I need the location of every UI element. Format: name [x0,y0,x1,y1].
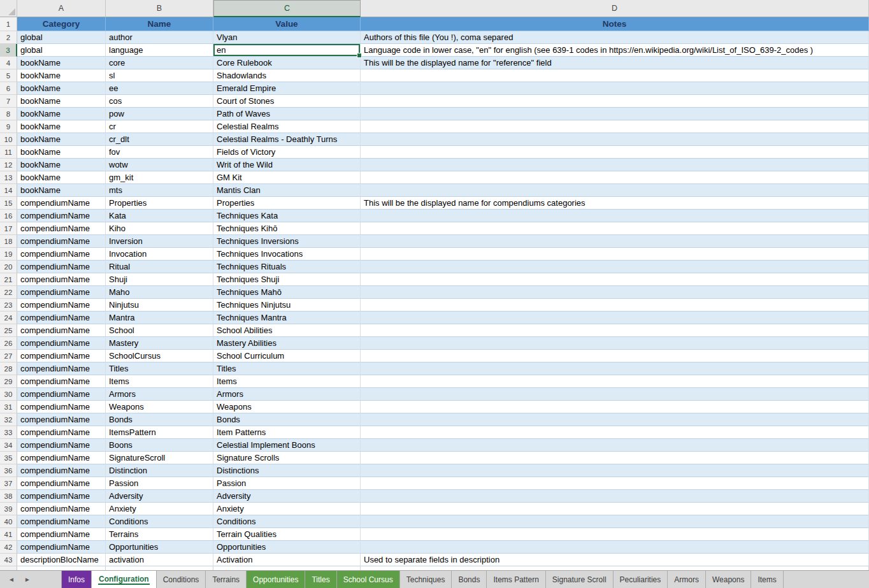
cell-B41[interactable]: Terrains [106,528,213,541]
row-header-30[interactable]: 30 [0,388,17,401]
row-header-5[interactable]: 5 [0,69,17,82]
cell-D15[interactable]: This will be the displayed name for comp… [361,197,869,210]
cell-D16[interactable] [361,210,869,222]
cell-C43[interactable]: Activation [213,554,361,566]
cell-D43[interactable]: Used to separate fields in description [361,554,869,566]
cell-A5[interactable]: bookName [17,69,106,82]
cell-D14[interactable] [361,184,869,197]
cell-D36[interactable] [361,464,869,477]
cell-C14[interactable]: Mantis Clan [213,184,361,197]
cell-A21[interactable]: compendiumName [17,273,106,286]
row-header-10[interactable]: 10 [0,133,17,146]
cell-C5[interactable]: Shadowlands [213,69,361,82]
cell-C9[interactable]: Celestial Realms [213,120,361,133]
cell-A18[interactable]: compendiumName [17,235,106,248]
row-header-2[interactable]: 2 [0,31,17,44]
cell-D6[interactable] [361,82,869,95]
sheet-tab-techniques[interactable]: Techniques [400,571,452,588]
row-header-1[interactable]: 1 [0,17,17,31]
cell-D35[interactable] [361,452,869,464]
cell-A11[interactable]: bookName [17,146,106,159]
cell-B19[interactable]: Invocation [106,248,213,261]
row-header-20[interactable]: 20 [0,261,17,273]
cell-B3[interactable]: language [106,44,213,57]
cell-B28[interactable]: Titles [106,362,213,375]
cell-B36[interactable]: Distinction [106,464,213,477]
row-header-28[interactable]: 28 [0,362,17,375]
cell-B13[interactable]: gm_kit [106,171,213,184]
cell-A2[interactable]: global [17,31,106,44]
cell-B33[interactable]: ItemsPattern [106,426,213,439]
cell-D28[interactable] [361,362,869,375]
cell-A35[interactable]: compendiumName [17,452,106,464]
cell-C37[interactable]: Passion [213,477,361,490]
cell-B30[interactable]: Armors [106,388,213,401]
cell-D33[interactable] [361,426,869,439]
cell-B38[interactable]: Adversity [106,490,213,503]
cell-B24[interactable]: Mantra [106,312,213,324]
cell-A16[interactable]: compendiumName [17,210,106,222]
cell-A3[interactable]: global [17,44,106,57]
cell-A26[interactable]: compendiumName [17,337,106,350]
cell-C25[interactable]: School Abilities [213,324,361,337]
cell-C38[interactable]: Adversity [213,490,361,503]
cell-B23[interactable]: Ninjutsu [106,299,213,312]
cell-D31[interactable] [361,401,869,413]
cell-A29[interactable]: compendiumName [17,375,106,388]
cell-C19[interactable]: Techniques Invocations [213,248,361,261]
cell-D24[interactable] [361,312,869,324]
cell-A4[interactable]: bookName [17,57,106,69]
row-header-27[interactable]: 27 [0,350,17,362]
cell-C3[interactable]: en [213,44,361,57]
tab-scroll-right-icon[interactable]: ► [24,576,31,583]
sheet-tab-opportunities[interactable]: Opportunities [247,571,305,588]
cell-C31[interactable]: Weapons [213,401,361,413]
cell-A15[interactable]: compendiumName [17,197,106,210]
cell-D20[interactable] [361,261,869,273]
cell-D2[interactable]: Authors of this file (You !), coma separ… [361,31,869,44]
cell-B6[interactable]: ee [106,82,213,95]
cell-B35[interactable]: SignatureScroll [106,452,213,464]
row-header-35[interactable]: 35 [0,452,17,464]
cell-D5[interactable] [361,69,869,82]
cell-C13[interactable]: GM Kit [213,171,361,184]
cell-B7[interactable]: cos [106,95,213,108]
cell-B12[interactable]: wotw [106,159,213,171]
row-header-7[interactable]: 7 [0,95,17,108]
cell-C23[interactable]: Techniques Ninjutsu [213,299,361,312]
row-header-25[interactable]: 25 [0,324,17,337]
cell-C10[interactable]: Celestial Realms - Deathly Turns [213,133,361,146]
cell-A28[interactable]: compendiumName [17,362,106,375]
cell-D19[interactable] [361,248,869,261]
cell-B43[interactable]: activation [106,554,213,566]
cell-D25[interactable] [361,324,869,337]
cell-B11[interactable]: fov [106,146,213,159]
cell-B29[interactable]: Items [106,375,213,388]
cell-B37[interactable]: Passion [106,477,213,490]
cell-D4[interactable]: This will be the displayed name for "ref… [361,57,869,69]
cell-B20[interactable]: Ritual [106,261,213,273]
cell-C17[interactable]: Techniques Kihō [213,222,361,235]
cell-B25[interactable]: School [106,324,213,337]
cell-B26[interactable]: Mastery [106,337,213,350]
sheet-tab-weapons[interactable]: Weapons [706,571,751,588]
cell-B34[interactable]: Boons [106,439,213,452]
tab-scroll-left-icon[interactable]: ◄ [8,576,15,583]
row-header-29[interactable]: 29 [0,375,17,388]
cell-A20[interactable]: compendiumName [17,261,106,273]
row-header-22[interactable]: 22 [0,286,17,299]
cell-B2[interactable]: author [106,31,213,44]
row-header-4[interactable]: 4 [0,57,17,69]
cell-A27[interactable]: compendiumName [17,350,106,362]
sheet-tab-titles[interactable]: Titles [305,571,336,588]
cell-A43[interactable]: descriptionBlocName [17,554,106,566]
column-header-C[interactable]: C [213,0,361,17]
header-cell-D1[interactable]: Notes [361,17,869,31]
cell-D18[interactable] [361,235,869,248]
cell-B21[interactable]: Shuji [106,273,213,286]
cell-C40[interactable]: Conditions [213,515,361,528]
row-header-11[interactable]: 11 [0,146,17,159]
column-header-B[interactable]: B [106,0,213,17]
cell-A38[interactable]: compendiumName [17,490,106,503]
cell-D32[interactable] [361,413,869,426]
